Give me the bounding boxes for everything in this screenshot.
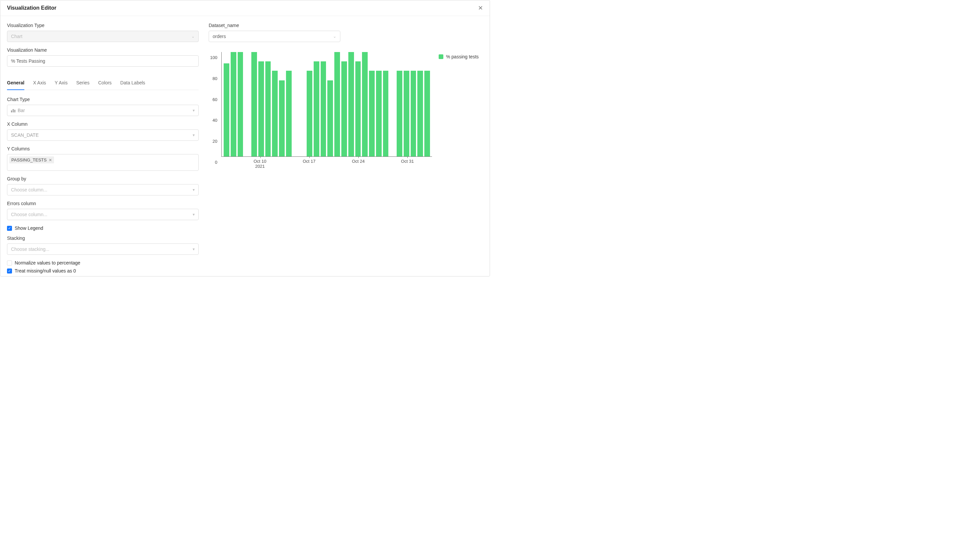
show-legend-checkbox[interactable] bbox=[7, 226, 12, 231]
bar-chart: 020406080100 Oct 102021Oct 17Oct 24Oct 3… bbox=[208, 52, 432, 172]
dataset-value: orders bbox=[213, 34, 226, 39]
errors-column-label: Errors column bbox=[7, 201, 199, 206]
normalize-label: Normalize values to percentage bbox=[15, 260, 80, 266]
viz-type-select[interactable]: Chart ⌄ bbox=[7, 31, 199, 42]
chevron-down-icon: ▾ bbox=[192, 247, 195, 252]
chevron-down-icon: ⌄ bbox=[333, 34, 336, 39]
tab-x-axis[interactable]: X Axis bbox=[33, 77, 46, 90]
legend-swatch bbox=[439, 54, 443, 59]
viz-type-value: Chart bbox=[11, 34, 22, 39]
modal-header: Visualization Editor ✕ bbox=[0, 0, 490, 16]
y-columns-label: Y Columns bbox=[7, 146, 199, 151]
chart-bar bbox=[313, 61, 319, 156]
y-column-tag-label: PASSING_TESTS bbox=[11, 158, 47, 163]
show-legend-label: Show Legend bbox=[15, 225, 43, 231]
group-by-select[interactable]: Choose column... ▾ bbox=[7, 184, 199, 196]
x-tick: Oct 17 bbox=[303, 159, 315, 164]
chart-bar bbox=[231, 52, 236, 156]
y-column-tag: PASSING_TESTS ✕ bbox=[10, 156, 54, 163]
viz-name-value: % Tests Passing bbox=[11, 58, 45, 64]
chart-bar bbox=[417, 71, 423, 156]
chart-bar bbox=[238, 52, 243, 156]
chevron-down-icon: ▾ bbox=[192, 133, 195, 137]
tab-colors[interactable]: Colors bbox=[98, 77, 111, 90]
chevron-down-icon: ▾ bbox=[192, 212, 195, 217]
tab-data-labels[interactable]: Data Labels bbox=[120, 77, 145, 90]
tab-series[interactable]: Series bbox=[76, 77, 90, 90]
chart-legend: % passing tests bbox=[439, 54, 479, 59]
dataset-label: Dataset_name bbox=[208, 23, 483, 28]
chart-bar bbox=[404, 71, 409, 156]
chart-bar bbox=[279, 80, 285, 156]
viz-name-label: Visualization Name bbox=[7, 47, 199, 53]
y-tick: 20 bbox=[213, 139, 217, 144]
y-tick: 100 bbox=[210, 55, 217, 60]
group-by-placeholder: Choose column... bbox=[11, 187, 47, 193]
svg-rect-0 bbox=[11, 110, 12, 112]
editor-tabs: GeneralX AxisY AxisSeriesColorsData Labe… bbox=[7, 77, 199, 90]
chart-bar bbox=[341, 61, 347, 156]
legend-label: % passing tests bbox=[446, 54, 479, 59]
chart-bar bbox=[410, 71, 416, 156]
x-tick: Oct 102021 bbox=[254, 159, 266, 169]
chart-bar bbox=[286, 71, 292, 156]
y-tick: 40 bbox=[213, 118, 217, 123]
dataset-select[interactable]: orders ⌄ bbox=[208, 31, 340, 42]
chart-bar bbox=[424, 71, 430, 156]
chart-bar bbox=[321, 61, 326, 156]
treat-null-checkbox[interactable] bbox=[7, 268, 12, 274]
bar-chart-icon bbox=[11, 108, 16, 112]
chart-type-label: Chart Type bbox=[7, 97, 199, 102]
chevron-down-icon: ▾ bbox=[192, 188, 195, 192]
tab-y-axis[interactable]: Y Axis bbox=[55, 77, 68, 90]
tab-general[interactable]: General bbox=[7, 77, 24, 90]
chart-type-value: Bar bbox=[18, 108, 25, 113]
chart-bar bbox=[327, 80, 333, 156]
chart-bar bbox=[251, 52, 257, 156]
remove-tag-icon[interactable]: ✕ bbox=[49, 158, 52, 163]
chart-bar bbox=[265, 61, 271, 156]
chart-bar bbox=[334, 52, 340, 156]
svg-rect-2 bbox=[14, 110, 15, 112]
chart-bar bbox=[272, 71, 278, 156]
y-tick: 60 bbox=[213, 97, 217, 102]
modal-body: Visualization Type Chart ⌄ Visualization… bbox=[0, 16, 490, 275]
x-tick: Oct 31 bbox=[401, 159, 414, 164]
close-icon[interactable]: ✕ bbox=[478, 5, 483, 11]
x-column-label: X Column bbox=[7, 121, 199, 127]
chart-bar bbox=[383, 71, 389, 156]
stacking-label: Stacking bbox=[7, 236, 199, 241]
normalize-checkbox[interactable] bbox=[7, 260, 12, 266]
chart-bar bbox=[376, 71, 382, 156]
svg-rect-1 bbox=[13, 109, 14, 112]
visualization-editor-modal: Visualization Editor ✕ Visualization Typ… bbox=[0, 0, 490, 276]
group-by-label: Group by bbox=[7, 176, 199, 182]
y-tick: 80 bbox=[213, 76, 217, 81]
stacking-placeholder: Choose stacking... bbox=[11, 247, 49, 252]
chart-bar bbox=[397, 71, 402, 156]
chart-type-select[interactable]: Bar ▾ bbox=[7, 105, 199, 116]
y-tick: 0 bbox=[215, 160, 217, 165]
errors-column-select[interactable]: Choose column... ▾ bbox=[7, 209, 199, 220]
viz-name-input[interactable]: % Tests Passing bbox=[7, 55, 199, 67]
viz-type-label: Visualization Type bbox=[7, 23, 199, 28]
chart-bar bbox=[224, 64, 229, 156]
chart-bar bbox=[348, 52, 354, 156]
chart-bar bbox=[369, 71, 375, 156]
y-columns-input[interactable]: PASSING_TESTS ✕ bbox=[7, 154, 199, 171]
x-column-select[interactable]: SCAN_DATE ▾ bbox=[7, 129, 199, 141]
x-tick: Oct 24 bbox=[352, 159, 365, 164]
modal-title: Visualization Editor bbox=[7, 5, 56, 11]
chart-bar bbox=[258, 61, 264, 156]
chevron-down-icon: ▾ bbox=[192, 108, 195, 113]
treat-null-label: Treat missing/null values as 0 bbox=[15, 268, 76, 274]
editor-right-column: Dataset_name orders ⌄ 020406080100 Oct 1… bbox=[208, 23, 483, 268]
x-column-value: SCAN_DATE bbox=[11, 132, 39, 138]
errors-column-placeholder: Choose column... bbox=[11, 212, 47, 217]
chart-bar bbox=[355, 61, 361, 156]
stacking-select[interactable]: Choose stacking... ▾ bbox=[7, 244, 199, 255]
editor-left-column: Visualization Type Chart ⌄ Visualization… bbox=[7, 23, 199, 268]
chevron-down-icon: ⌄ bbox=[191, 34, 195, 39]
chart-bar bbox=[362, 52, 368, 156]
chart-bar bbox=[307, 71, 312, 156]
